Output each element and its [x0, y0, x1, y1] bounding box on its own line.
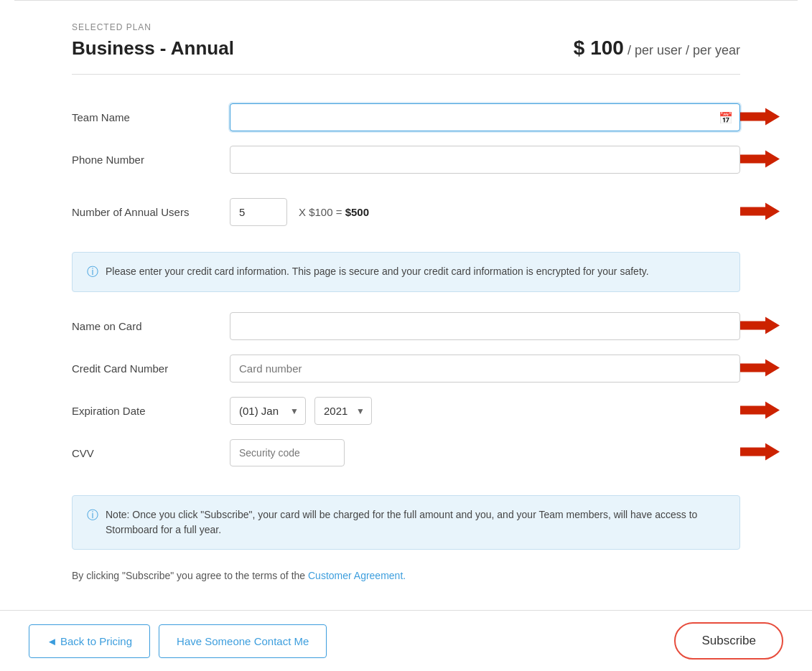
note-info-text: Note: Once you click "Subscribe", your c… [106, 507, 725, 538]
exp-month-wrapper: (01) Jan (02) Feb (03) Mar (04) Apr (05)… [230, 397, 306, 425]
calendar-icon: 📅 [719, 111, 733, 124]
phone-number-input-area [230, 146, 740, 174]
terms-row: By clicking "Subscribe" you agree to the… [72, 570, 740, 581]
phone-number-label: Phone Number [72, 154, 230, 166]
num-users-row: Number of Annual Users X $100 = $500 [72, 198, 740, 226]
note-info-icon: ⓘ [87, 508, 98, 523]
number-input-row: X $100 = $500 [230, 198, 740, 226]
expiration-inputs: (01) Jan (02) Feb (03) Mar (04) Apr (05)… [230, 397, 740, 425]
price-total: $500 [345, 206, 369, 218]
phone-number-input[interactable] [230, 146, 740, 174]
svg-marker-6 [740, 444, 780, 461]
back-to-pricing-button[interactable]: ◄ Back to Pricing [29, 624, 150, 658]
selected-plan-section: SELECTED PLAN Business - Annual $ 100 / … [72, 1, 740, 75]
team-name-input[interactable] [230, 103, 740, 131]
subscribe-button[interactable]: Subscribe [674, 622, 783, 660]
svg-marker-1 [740, 150, 780, 167]
expiration-date-row: Expiration Date (01) Jan (02) Feb (03) M… [72, 397, 740, 425]
plan-price-period: / per user / per year [627, 43, 740, 57]
team-name-input-area: 📅 [230, 103, 740, 131]
page-container: SELECTED PLAN Business - Annual $ 100 / … [0, 0, 812, 671]
team-name-label: Team Name [72, 111, 230, 123]
svg-marker-4 [740, 359, 780, 376]
name-on-card-row: Name on Card [72, 312, 740, 340]
cvv-input-area [230, 439, 740, 466]
svg-marker-2 [740, 202, 780, 220]
plan-title: Business - Annual [72, 37, 234, 60]
cvv-label: CVV [72, 447, 230, 459]
arrow-cvv [740, 442, 780, 464]
svg-marker-3 [740, 316, 780, 334]
plan-title-row: Business - Annual $ 100 / per user / per… [72, 37, 740, 60]
name-on-card-input[interactable] [230, 312, 740, 340]
note-info-box: ⓘ Note: Once you click "Subscribe", your… [72, 495, 740, 550]
credit-card-info-text: Please enter your credit card informatio… [106, 264, 649, 279]
footer-bar: ◄ Back to Pricing Have Someone Contact M… [0, 610, 812, 671]
terms-text: By clicking "Subscribe" you agree to the… [72, 570, 305, 581]
card-number-input-area [230, 355, 740, 383]
credit-card-number-row: Credit Card Number [72, 355, 740, 383]
exp-month-select[interactable]: (01) Jan (02) Feb (03) Mar (04) Apr (05)… [230, 397, 306, 425]
num-users-input[interactable] [230, 198, 287, 226]
credit-card-label: Credit Card Number [72, 362, 230, 375]
arrow-users [740, 201, 780, 223]
info-icon: ⓘ [87, 265, 98, 280]
arrow-team-name [740, 106, 780, 128]
cvv-input[interactable] [230, 439, 345, 466]
arrow-card-number [740, 357, 780, 380]
arrow-expiration [740, 400, 780, 422]
price-multiplier: X $100 = [299, 206, 342, 218]
svg-marker-0 [740, 108, 780, 125]
credit-card-info-box: ⓘ Please enter your credit card informat… [72, 252, 740, 292]
arrow-name-card [740, 315, 780, 337]
num-users-label: Number of Annual Users [72, 206, 230, 218]
exp-year-select[interactable]: 2021 2022 2023 2024 2025 2026 2027 2028 … [314, 397, 372, 425]
name-on-card-input-area [230, 312, 740, 340]
contact-me-button[interactable]: Have Someone Contact Me [159, 624, 327, 658]
expiration-label: Expiration Date [72, 405, 230, 417]
customer-agreement-link[interactable]: Customer Agreement. [308, 570, 406, 581]
exp-year-wrapper: 2021 2022 2023 2024 2025 2026 2027 2028 … [314, 397, 372, 425]
plan-price-amount: $ 100 [574, 37, 624, 59]
arrow-phone [740, 149, 780, 171]
name-on-card-label: Name on Card [72, 320, 230, 332]
phone-number-row: Phone Number [72, 146, 740, 174]
selected-plan-label: SELECTED PLAN [72, 22, 740, 32]
content-area: SELECTED PLAN Business - Annual $ 100 / … [0, 1, 812, 581]
plan-price: $ 100 / per user / per year [574, 37, 740, 60]
expiration-input-area: (01) Jan (02) Feb (03) Mar (04) Apr (05)… [230, 397, 740, 425]
price-calc: X $100 = $500 [299, 206, 369, 218]
cvv-row: CVV [72, 439, 740, 466]
team-name-row: Team Name 📅 [72, 103, 740, 131]
card-number-input[interactable] [230, 355, 740, 383]
footer-left-buttons: ◄ Back to Pricing Have Someone Contact M… [29, 624, 327, 658]
svg-marker-5 [740, 401, 780, 418]
num-users-input-area: X $100 = $500 [230, 198, 740, 226]
